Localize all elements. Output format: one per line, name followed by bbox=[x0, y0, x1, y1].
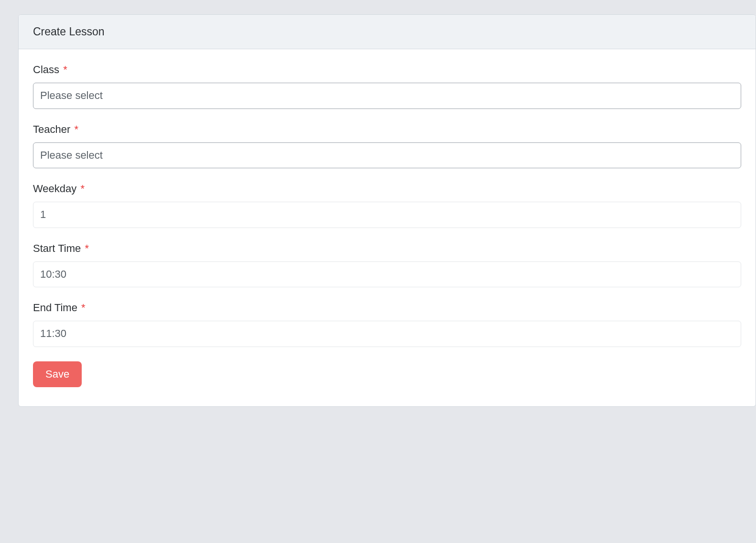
form-group-teacher: Teacher * Please select bbox=[33, 123, 741, 169]
form-group-weekday: Weekday * bbox=[33, 183, 741, 228]
teacher-label-text: Teacher bbox=[33, 123, 70, 135]
required-mark: * bbox=[81, 302, 86, 314]
form-group-start-time: Start Time * bbox=[33, 242, 741, 288]
weekday-label: Weekday * bbox=[33, 183, 741, 195]
end-time-input[interactable] bbox=[33, 321, 741, 347]
end-time-label: End Time * bbox=[33, 302, 741, 314]
save-button[interactable]: Save bbox=[33, 361, 82, 387]
create-lesson-card: Create Lesson Class * Please select Teac… bbox=[18, 14, 756, 407]
start-time-input[interactable] bbox=[33, 261, 741, 288]
start-time-label-text: Start Time bbox=[33, 242, 81, 254]
card-body: Class * Please select Teacher * Please s… bbox=[19, 49, 756, 406]
required-mark: * bbox=[63, 64, 67, 76]
teacher-label: Teacher * bbox=[33, 123, 741, 136]
required-mark: * bbox=[85, 242, 89, 254]
required-mark: * bbox=[80, 183, 85, 195]
end-time-label-text: End Time bbox=[33, 302, 77, 314]
class-label-text: Class bbox=[33, 64, 59, 76]
required-mark: * bbox=[74, 123, 78, 135]
weekday-input[interactable] bbox=[33, 202, 741, 228]
form-group-end-time: End Time * bbox=[33, 302, 741, 347]
card-header: Create Lesson bbox=[19, 15, 756, 49]
class-label: Class * bbox=[33, 64, 741, 76]
teacher-select[interactable]: Please select bbox=[33, 142, 741, 169]
class-select[interactable]: Please select bbox=[33, 83, 741, 109]
card-title: Create Lesson bbox=[33, 25, 105, 38]
start-time-label: Start Time * bbox=[33, 242, 741, 255]
form-group-class: Class * Please select bbox=[33, 64, 741, 109]
weekday-label-text: Weekday bbox=[33, 183, 76, 195]
